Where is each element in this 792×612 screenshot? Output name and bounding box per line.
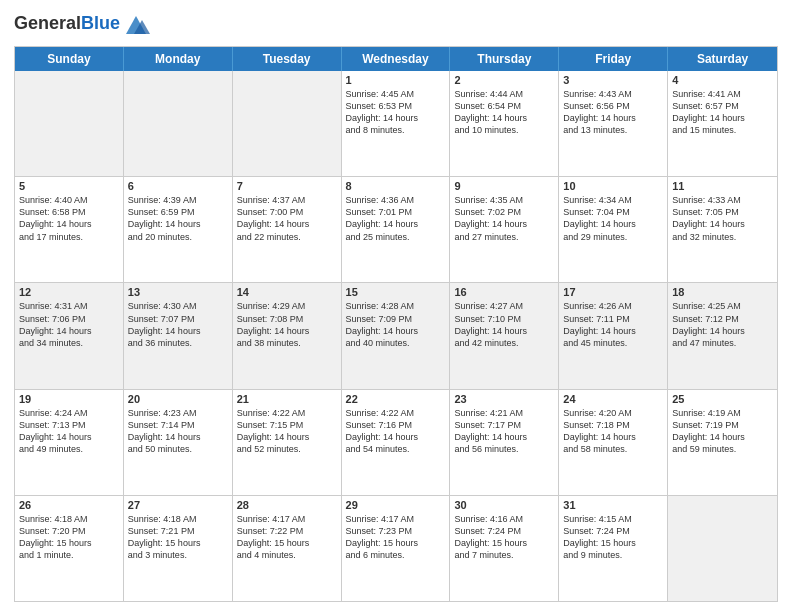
- cell-info: Sunrise: 4:30 AM Sunset: 7:07 PM Dayligh…: [128, 300, 228, 349]
- cell-info: Sunrise: 4:39 AM Sunset: 6:59 PM Dayligh…: [128, 194, 228, 243]
- day-number: 22: [346, 393, 446, 405]
- cell-info: Sunrise: 4:22 AM Sunset: 7:15 PM Dayligh…: [237, 407, 337, 456]
- day-number: 4: [672, 74, 773, 86]
- cal-cell: 11Sunrise: 4:33 AM Sunset: 7:05 PM Dayli…: [668, 177, 777, 282]
- day-number: 23: [454, 393, 554, 405]
- cal-cell: 30Sunrise: 4:16 AM Sunset: 7:24 PM Dayli…: [450, 496, 559, 601]
- cell-info: Sunrise: 4:17 AM Sunset: 7:22 PM Dayligh…: [237, 513, 337, 562]
- cal-cell: [233, 71, 342, 176]
- logo: GeneralBlue: [14, 10, 150, 38]
- header: GeneralBlue: [14, 10, 778, 38]
- day-number: 10: [563, 180, 663, 192]
- day-number: 5: [19, 180, 119, 192]
- cal-cell: 28Sunrise: 4:17 AM Sunset: 7:22 PM Dayli…: [233, 496, 342, 601]
- cal-cell: 27Sunrise: 4:18 AM Sunset: 7:21 PM Dayli…: [124, 496, 233, 601]
- cal-cell: 31Sunrise: 4:15 AM Sunset: 7:24 PM Dayli…: [559, 496, 668, 601]
- cell-info: Sunrise: 4:35 AM Sunset: 7:02 PM Dayligh…: [454, 194, 554, 243]
- day-number: 27: [128, 499, 228, 511]
- cal-cell: 12Sunrise: 4:31 AM Sunset: 7:06 PM Dayli…: [15, 283, 124, 388]
- cal-cell: 19Sunrise: 4:24 AM Sunset: 7:13 PM Dayli…: [15, 390, 124, 495]
- cal-cell: 10Sunrise: 4:34 AM Sunset: 7:04 PM Dayli…: [559, 177, 668, 282]
- cell-info: Sunrise: 4:31 AM Sunset: 7:06 PM Dayligh…: [19, 300, 119, 349]
- day-number: 13: [128, 286, 228, 298]
- cal-cell: 9Sunrise: 4:35 AM Sunset: 7:02 PM Daylig…: [450, 177, 559, 282]
- header-day-wednesday: Wednesday: [342, 47, 451, 71]
- cal-cell: 22Sunrise: 4:22 AM Sunset: 7:16 PM Dayli…: [342, 390, 451, 495]
- cell-info: Sunrise: 4:27 AM Sunset: 7:10 PM Dayligh…: [454, 300, 554, 349]
- cal-row-3: 12Sunrise: 4:31 AM Sunset: 7:06 PM Dayli…: [15, 283, 777, 389]
- cell-info: Sunrise: 4:22 AM Sunset: 7:16 PM Dayligh…: [346, 407, 446, 456]
- logo-general-text: General: [14, 13, 81, 33]
- logo-blue-text: Blue: [81, 13, 120, 33]
- day-number: 2: [454, 74, 554, 86]
- calendar-body: 1Sunrise: 4:45 AM Sunset: 6:53 PM Daylig…: [15, 71, 777, 601]
- cal-cell: 3Sunrise: 4:43 AM Sunset: 6:56 PM Daylig…: [559, 71, 668, 176]
- cell-info: Sunrise: 4:25 AM Sunset: 7:12 PM Dayligh…: [672, 300, 773, 349]
- cell-info: Sunrise: 4:34 AM Sunset: 7:04 PM Dayligh…: [563, 194, 663, 243]
- day-number: 8: [346, 180, 446, 192]
- cal-row-2: 5Sunrise: 4:40 AM Sunset: 6:58 PM Daylig…: [15, 177, 777, 283]
- cell-info: Sunrise: 4:19 AM Sunset: 7:19 PM Dayligh…: [672, 407, 773, 456]
- day-number: 28: [237, 499, 337, 511]
- cell-info: Sunrise: 4:36 AM Sunset: 7:01 PM Dayligh…: [346, 194, 446, 243]
- cell-info: Sunrise: 4:44 AM Sunset: 6:54 PM Dayligh…: [454, 88, 554, 137]
- cal-cell: 13Sunrise: 4:30 AM Sunset: 7:07 PM Dayli…: [124, 283, 233, 388]
- page: GeneralBlue SundayMondayTuesdayWednesday…: [0, 0, 792, 612]
- day-number: 1: [346, 74, 446, 86]
- cal-cell: 25Sunrise: 4:19 AM Sunset: 7:19 PM Dayli…: [668, 390, 777, 495]
- day-number: 21: [237, 393, 337, 405]
- header-day-thursday: Thursday: [450, 47, 559, 71]
- cell-info: Sunrise: 4:45 AM Sunset: 6:53 PM Dayligh…: [346, 88, 446, 137]
- day-number: 11: [672, 180, 773, 192]
- day-number: 9: [454, 180, 554, 192]
- day-number: 16: [454, 286, 554, 298]
- cal-cell: 1Sunrise: 4:45 AM Sunset: 6:53 PM Daylig…: [342, 71, 451, 176]
- cell-info: Sunrise: 4:17 AM Sunset: 7:23 PM Dayligh…: [346, 513, 446, 562]
- cal-cell: [668, 496, 777, 601]
- cal-cell: 5Sunrise: 4:40 AM Sunset: 6:58 PM Daylig…: [15, 177, 124, 282]
- cell-info: Sunrise: 4:21 AM Sunset: 7:17 PM Dayligh…: [454, 407, 554, 456]
- header-day-sunday: Sunday: [15, 47, 124, 71]
- cal-cell: 7Sunrise: 4:37 AM Sunset: 7:00 PM Daylig…: [233, 177, 342, 282]
- day-number: 30: [454, 499, 554, 511]
- cell-info: Sunrise: 4:23 AM Sunset: 7:14 PM Dayligh…: [128, 407, 228, 456]
- cal-cell: 17Sunrise: 4:26 AM Sunset: 7:11 PM Dayli…: [559, 283, 668, 388]
- logo-icon: [122, 10, 150, 38]
- cal-cell: 16Sunrise: 4:27 AM Sunset: 7:10 PM Dayli…: [450, 283, 559, 388]
- header-day-saturday: Saturday: [668, 47, 777, 71]
- day-number: 15: [346, 286, 446, 298]
- day-number: 25: [672, 393, 773, 405]
- cell-info: Sunrise: 4:40 AM Sunset: 6:58 PM Dayligh…: [19, 194, 119, 243]
- cal-row-1: 1Sunrise: 4:45 AM Sunset: 6:53 PM Daylig…: [15, 71, 777, 177]
- cal-cell: 29Sunrise: 4:17 AM Sunset: 7:23 PM Dayli…: [342, 496, 451, 601]
- cal-cell: [124, 71, 233, 176]
- cell-info: Sunrise: 4:18 AM Sunset: 7:20 PM Dayligh…: [19, 513, 119, 562]
- day-number: 14: [237, 286, 337, 298]
- header-day-monday: Monday: [124, 47, 233, 71]
- calendar-header: SundayMondayTuesdayWednesdayThursdayFrid…: [15, 47, 777, 71]
- cell-info: Sunrise: 4:28 AM Sunset: 7:09 PM Dayligh…: [346, 300, 446, 349]
- cell-info: Sunrise: 4:24 AM Sunset: 7:13 PM Dayligh…: [19, 407, 119, 456]
- day-number: 26: [19, 499, 119, 511]
- day-number: 3: [563, 74, 663, 86]
- cell-info: Sunrise: 4:43 AM Sunset: 6:56 PM Dayligh…: [563, 88, 663, 137]
- cell-info: Sunrise: 4:15 AM Sunset: 7:24 PM Dayligh…: [563, 513, 663, 562]
- cal-cell: 21Sunrise: 4:22 AM Sunset: 7:15 PM Dayli…: [233, 390, 342, 495]
- day-number: 17: [563, 286, 663, 298]
- cal-cell: 26Sunrise: 4:18 AM Sunset: 7:20 PM Dayli…: [15, 496, 124, 601]
- day-number: 18: [672, 286, 773, 298]
- cal-cell: 24Sunrise: 4:20 AM Sunset: 7:18 PM Dayli…: [559, 390, 668, 495]
- cal-cell: 18Sunrise: 4:25 AM Sunset: 7:12 PM Dayli…: [668, 283, 777, 388]
- day-number: 24: [563, 393, 663, 405]
- cal-row-4: 19Sunrise: 4:24 AM Sunset: 7:13 PM Dayli…: [15, 390, 777, 496]
- day-number: 20: [128, 393, 228, 405]
- header-day-friday: Friday: [559, 47, 668, 71]
- cell-info: Sunrise: 4:20 AM Sunset: 7:18 PM Dayligh…: [563, 407, 663, 456]
- cal-cell: 20Sunrise: 4:23 AM Sunset: 7:14 PM Dayli…: [124, 390, 233, 495]
- header-day-tuesday: Tuesday: [233, 47, 342, 71]
- day-number: 6: [128, 180, 228, 192]
- cal-cell: 6Sunrise: 4:39 AM Sunset: 6:59 PM Daylig…: [124, 177, 233, 282]
- day-number: 7: [237, 180, 337, 192]
- cal-cell: [15, 71, 124, 176]
- cell-info: Sunrise: 4:41 AM Sunset: 6:57 PM Dayligh…: [672, 88, 773, 137]
